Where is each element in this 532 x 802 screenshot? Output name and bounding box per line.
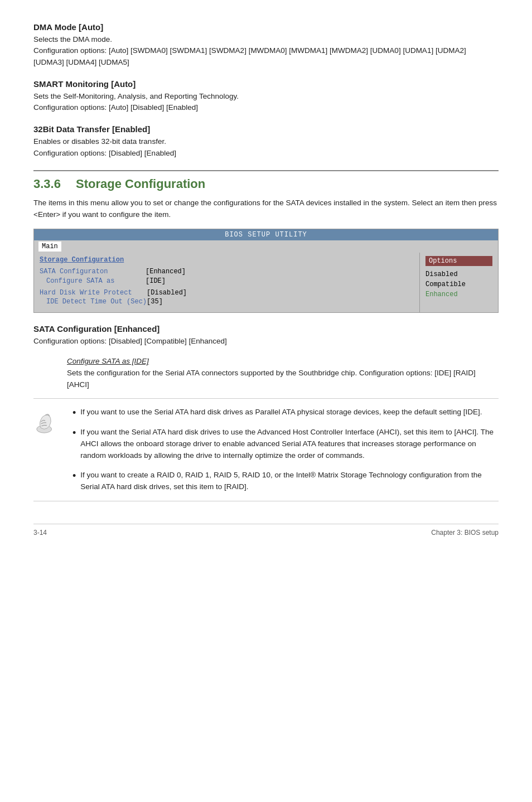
notes-box: • If you want to use the Serial ATA hard… <box>33 398 499 501</box>
storage-config-section-header: 3.3.6 Storage Configuration <box>33 170 499 191</box>
bios-row-hdd[interactable]: Hard Disk Write Protect IDE Detect Time … <box>40 288 414 307</box>
storage-config-section-title: Storage Configuration <box>76 177 205 191</box>
bios-hdd-values: [Disabled] [35] <box>147 288 187 307</box>
bios-title-bar: BIOS SETUP UTILITY <box>34 229 498 240</box>
bios-menu-main[interactable]: Main <box>38 241 61 252</box>
bios-hdd-label: Hard Disk Write Protect <box>40 288 147 298</box>
note-text-1: If you want to use the Serial ATA hard d… <box>80 407 482 418</box>
32bit-data-section: 32Bit Data Transfer [Enabled] Enables or… <box>33 124 499 159</box>
bios-section-label: Storage Configuration <box>40 256 414 264</box>
footer-page-number: 3-14 <box>33 529 47 537</box>
smart-desc-line2: Configuration options: [Auto] [Disabled]… <box>33 103 198 112</box>
note-item-3: • If you want to create a RAID 0, RAID 1… <box>72 470 499 493</box>
note-text-3: If you want to create a RAID 0, RAID 1, … <box>80 470 499 493</box>
dma-mode-title: DMA Mode [Auto] <box>33 22 499 32</box>
storage-config-intro: The items in this menu allow you to set … <box>33 197 499 221</box>
smart-monitoring-desc: Sets the Self-Monitoring, Analysis, and … <box>33 91 499 114</box>
note-bullet-1: • <box>72 407 76 419</box>
note-item-2: • If you want the Serial ATA hard disk d… <box>72 427 499 462</box>
bios-hdd-sublabel: IDE Detect Time Out (Sec) <box>40 297 147 307</box>
smart-monitoring-section: SMART Monitoring [Auto] Sets the Self-Mo… <box>33 79 499 114</box>
note-items-list: • If you want to use the Serial ATA hard… <box>72 407 499 493</box>
sata-config-subsection: SATA Configuration [Enhanced] Configurat… <box>33 324 499 390</box>
note-item-1: • If you want to use the Serial ATA hard… <box>72 407 499 419</box>
note-bullet-3: • <box>72 470 76 482</box>
dma-mode-section: DMA Mode [Auto] Selects the DMA mode. Co… <box>33 22 499 68</box>
bios-hdd-labels: Hard Disk Write Protect IDE Detect Time … <box>40 288 147 307</box>
bios-sata-value2: [IDE] <box>146 277 186 286</box>
bios-sata-values: [Enhanced] [IDE] <box>146 267 186 286</box>
smart-desc-line1: Sets the Self-Monitoring, Analysis, and … <box>33 92 239 100</box>
bios-option-enhanced[interactable]: Enhanced <box>425 289 492 299</box>
dma-mode-desc-line2: Configuration options: [Auto] [SWDMA0] [… <box>33 46 466 66</box>
bios-option-compatible[interactable]: Compatible <box>425 279 492 289</box>
sata-config-title: SATA Configuration [Enhanced] <box>33 324 499 334</box>
bios-sata-value1: [Enhanced] <box>146 267 186 277</box>
dma-mode-desc: Selects the DMA mode. Configuration opti… <box>33 34 499 68</box>
bios-sata-sublabel: Configure SATA as <box>40 277 146 286</box>
configure-sata-subdesc: Sets the configuration for the Serial AT… <box>33 368 499 390</box>
bios-sata-label: SATA Configuraton <box>40 267 146 277</box>
footer-chapter: Chapter 3: BIOS setup <box>431 529 499 537</box>
note-svg-icon <box>33 409 59 434</box>
configure-sata-subtitle: Configure SATA as [IDE] <box>33 357 499 365</box>
32bit-desc-line2: Configuration options: [Disabled] [Enabl… <box>33 149 176 157</box>
bios-sata-labels: SATA Configuraton Configure SATA as <box>40 267 146 286</box>
note-icon <box>33 407 64 493</box>
bios-ui-box: BIOS SETUP UTILITY Main Storage Configur… <box>33 229 499 313</box>
bios-main-panel: Storage Configuration SATA Configuraton … <box>34 253 420 312</box>
bios-options-title: Options <box>425 256 492 266</box>
32bit-data-desc: Enables or disables 32-bit data transfer… <box>33 136 499 159</box>
bios-menu-bar: Main <box>34 240 498 253</box>
bios-options-panel: Options Disabled Compatible Enhanced <box>420 253 498 312</box>
smart-monitoring-title: SMART Monitoring [Auto] <box>33 79 499 89</box>
32bit-data-title: 32Bit Data Transfer [Enabled] <box>33 124 499 134</box>
bios-hdd-value2: [35] <box>147 297 187 307</box>
section-number: 3.3.6 <box>33 177 67 191</box>
bios-content: Storage Configuration SATA Configuraton … <box>34 253 498 312</box>
bios-row-sata[interactable]: SATA Configuraton Configure SATA as [Enh… <box>40 267 414 286</box>
note-text-2: If you want the Serial ATA hard disk dri… <box>80 427 499 462</box>
dma-mode-desc-line1: Selects the DMA mode. <box>33 35 112 44</box>
bios-option-disabled[interactable]: Disabled <box>425 269 492 279</box>
32bit-desc-line1: Enables or disables 32-bit data transfer… <box>33 137 166 146</box>
sata-config-options: Configuration options: [Disabled] [Compa… <box>33 336 499 347</box>
bios-hdd-value1: [Disabled] <box>147 288 187 298</box>
note-bullet-2: • <box>72 427 76 439</box>
page-footer: 3-14 Chapter 3: BIOS setup <box>33 524 499 537</box>
